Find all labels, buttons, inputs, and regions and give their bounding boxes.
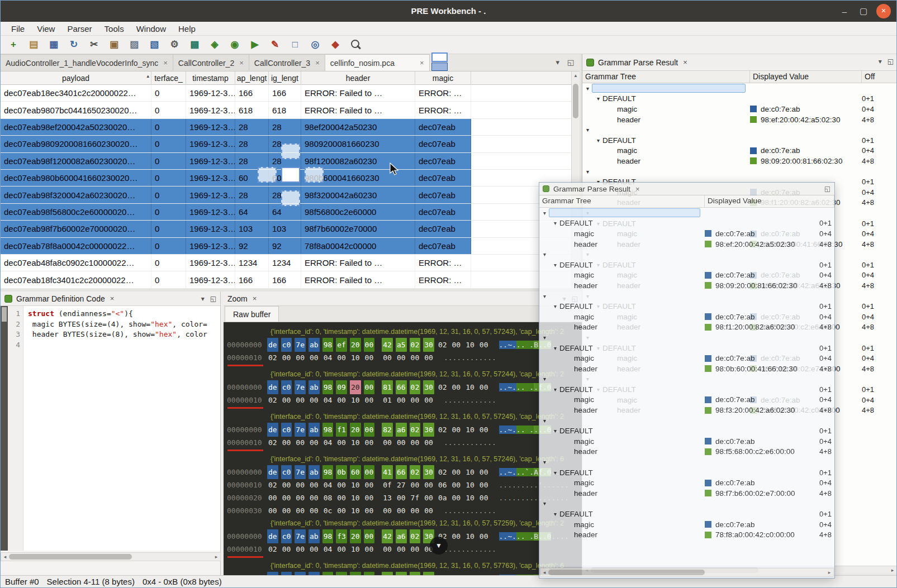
column-header-offset[interactable]: Off [862,71,897,83]
hex-byte[interactable]: a6 [396,529,407,543]
tree-field-magic[interactable]: magicde:c0:7e:ab0+4 [539,395,834,405]
hex-byte[interactable]: 00 [336,436,347,450]
hex-byte[interactable]: 00 [364,423,375,437]
chevron-down-icon[interactable]: ▾ [543,251,546,257]
new-file-icon[interactable]: + [6,37,21,52]
chevron-down-icon[interactable]: ▾ [554,220,557,226]
hex-byte[interactable]: 41 [382,465,393,479]
tree-node-default[interactable]: ▾DEFAULT0+1 [539,509,834,519]
tree-node-default[interactable]: ▾DEFAULT0+1 [539,260,834,270]
parse-tree-h-scrollbar[interactable]: ◂ ▸ [540,568,834,577]
hex-byte[interactable]: 00 [451,491,462,505]
column-header-grammar-tree[interactable]: Grammar Tree [539,195,705,207]
paste-icon[interactable]: ▨ [127,37,141,52]
hex-byte[interactable]: 09 [336,380,347,394]
hex-byte[interactable]: 98 [322,380,334,394]
floating-window-titlebar[interactable]: Grammar Parse Result × ◱ [539,183,834,195]
scroll-left-icon[interactable]: ◂ [540,570,548,575]
code-minimap[interactable] [1,306,8,551]
tree-field-magic[interactable]: magicde:c0:7e:ab0+4 [539,436,834,447]
hex-byte[interactable]: 04 [322,542,334,556]
tree-node-default[interactable]: ▾DEFAULT0+1 [539,218,834,229]
hex-byte[interactable]: 00 [478,491,490,505]
column-header-grammar-tree[interactable]: Grammar Tree [582,71,750,83]
tree-node-default[interactable]: ▾DEFAULT0+1 [582,135,897,146]
tab-CallController_2[interactable]: CallController_2× [173,54,249,71]
hex-byte[interactable]: 00 [410,393,421,407]
hex-byte[interactable]: 20 [350,380,361,394]
hex-byte[interactable]: 27 [396,478,407,492]
browser-icon[interactable]: ◎ [308,37,322,52]
table-row[interactable]: dec07eab98ef200042a50230020…01969-12-3…2… [1,119,571,136]
hex-byte[interactable]: 66 [396,465,407,479]
chevron-down-icon[interactable]: ▾ [597,137,600,144]
panel-close-icon[interactable]: × [683,58,687,66]
table-row[interactable]: dec07eab18ec3401c2c20000022…01969-12-3…1… [1,85,571,102]
hex-byte[interactable]: 98 [322,529,334,543]
hex-byte[interactable]: 00 [364,542,375,556]
hex-byte[interactable]: ab [309,338,320,352]
tree-node-root[interactable]: ▾ [582,125,897,135]
tree-node-default[interactable]: ▾DEFAULT0+1 [539,301,834,312]
tree-field-magic[interactable]: magicde:c0:7e:ab0+4 [539,519,834,530]
hex-byte[interactable]: 82 [382,423,393,437]
hex-row[interactable]: 00000000dec07eab98ef200042a5023002001000… [227,338,582,351]
hex-byte[interactable]: 00 [396,351,407,365]
hex-byte[interactable]: 02 [410,380,421,394]
chevron-down-icon[interactable]: ▾ [543,418,546,424]
chevron-down-icon[interactable]: ▾ [554,428,557,434]
floating-parse-result-window[interactable]: Grammar Parse Result × ◱ Grammar Tree Di… [539,182,835,579]
hex-row[interactable]: 00000030000000000c00100000000000........… [227,504,582,517]
hex-byte[interactable]: 7e [295,465,306,479]
hex-byte[interactable]: 02 [410,529,421,543]
hex-byte[interactable]: 02 [410,423,421,437]
panel-header[interactable]: Grammar Parse Result × ▾ ◱ [582,54,897,71]
hex-byte[interactable]: 00 [364,465,375,479]
hex-byte[interactable]: 7e [295,423,306,437]
chevron-down-icon[interactable]: ▾ [554,386,557,393]
tree-field-magic[interactable]: magicde:c0:7e:ab0+4 [539,228,834,239]
hex-byte[interactable]: 00 [364,338,375,352]
code-line[interactable]: struct (endianness="<"){ [28,309,220,319]
tree-field-header[interactable]: header98:09:20:00:81:66:02:304+8 [539,280,834,291]
tree-node-root[interactable]: ▾ [539,291,834,302]
hex-byte[interactable]: 00 [396,504,407,518]
hex-byte[interactable]: c0 [281,465,292,479]
open-file-icon[interactable]: ▤ [26,37,41,52]
hex-byte[interactable]: 00 [336,504,347,518]
hex-byte[interactable]: ab [309,465,320,479]
scroll-right-icon[interactable]: ▸ [825,570,833,575]
hex-byte[interactable]: 10 [464,380,476,394]
tree-node-root[interactable]: ▾ [539,332,834,343]
table-row[interactable]: dec07eab98f56800c2e60000020…01969-12-3…6… [1,204,571,221]
hex-byte[interactable]: 0b [336,465,347,479]
chevron-down-icon[interactable]: ▾ [554,470,557,476]
tree-node-root[interactable]: ▾ [539,208,834,218]
hex-byte[interactable]: 00 [281,542,292,556]
chevron-down-icon[interactable]: ▾ [543,376,546,382]
hex-byte[interactable]: 98 [322,423,334,437]
hex-byte[interactable]: 10 [350,542,361,556]
maximize-button[interactable]: ▢ [857,6,870,16]
chevron-down-icon[interactable]: ▾ [586,169,589,175]
scrollbar-up-icon[interactable]: ▲ [572,71,580,80]
tree-node-root[interactable]: ▾ [539,374,834,385]
hex-byte[interactable]: 00 [281,393,292,407]
hex-byte[interactable]: 00 [423,491,434,505]
hex-byte[interactable]: 00 [478,465,490,479]
hex-byte[interactable]: 00 [478,380,490,394]
hex-byte[interactable]: 30 [423,465,434,479]
hex-byte[interactable]: de [267,423,278,437]
hex-row[interactable]: 00000010020000000400100000000000........… [227,436,582,449]
hex-byte[interactable]: 02 [267,351,278,365]
tree-field-magic[interactable]: magicde:c0:7e:ab0+4 [539,477,834,488]
column-header-timestamp[interactable]: timestamp [186,71,235,85]
scroll-down-button[interactable]: ▼ [430,537,448,554]
screenshot-icon[interactable]: ▩ [187,37,202,52]
hex-byte[interactable]: 00 [295,436,306,450]
hex-byte[interactable]: 7e [295,529,306,543]
hex-byte[interactable]: ab [309,380,320,394]
hex-byte[interactable]: 00 [364,478,375,492]
menu-tools[interactable]: Tools [98,22,130,36]
hex-byte[interactable]: 00 [410,542,421,556]
